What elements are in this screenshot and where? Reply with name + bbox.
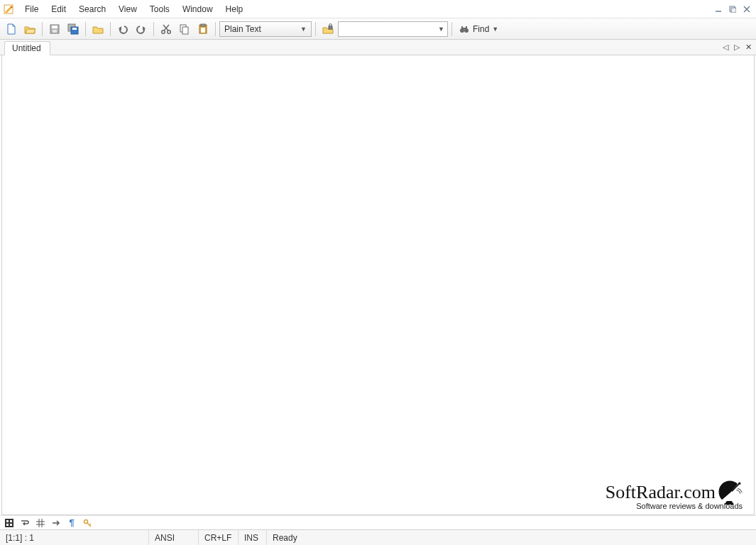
svg-rect-26 — [463, 28, 466, 29]
svg-line-15 — [163, 25, 168, 31]
status-insert-mode[interactable]: INS — [239, 530, 267, 545]
key-icon[interactable] — [82, 518, 92, 528]
svg-rect-25 — [466, 26, 467, 29]
dropdown-arrow-icon: ▼ — [492, 26, 498, 33]
toggle-panel-icon[interactable] — [4, 518, 14, 528]
app-icon — [3, 4, 14, 15]
svg-rect-31 — [10, 520, 12, 522]
svg-rect-21 — [329, 26, 332, 29]
document-tab[interactable]: Untitled — [4, 41, 50, 55]
find-button[interactable]: Find ▼ — [456, 23, 501, 35]
toolbar-separator — [85, 22, 86, 36]
svg-rect-20 — [201, 28, 205, 33]
svg-point-39 — [84, 519, 88, 523]
svg-rect-32 — [6, 524, 9, 526]
watermark-subtitle: Software reviews & downloads — [606, 502, 743, 510]
open-folder-button[interactable] — [89, 21, 106, 38]
grid-icon[interactable] — [35, 518, 45, 528]
tab-close[interactable]: ✕ — [743, 42, 753, 52]
syntax-select[interactable]: Plain Text ▼ — [219, 21, 312, 37]
undo-button[interactable] — [114, 21, 131, 38]
menu-file[interactable]: File — [18, 1, 45, 17]
status-position: [1:1] : 1 — [0, 530, 149, 545]
toolbar-separator — [451, 22, 452, 36]
svg-rect-17 — [182, 27, 188, 34]
status-encoding[interactable]: ANSI — [149, 530, 199, 545]
redo-button[interactable] — [133, 21, 150, 38]
editor-area[interactable]: SoftRadar.com Software reviews & downloa… — [1, 55, 755, 515]
svg-rect-8 — [53, 30, 57, 33]
svg-rect-11 — [72, 28, 77, 30]
toolbar-separator — [42, 22, 43, 36]
pilcrow-icon[interactable]: ¶ — [67, 518, 77, 528]
svg-rect-7 — [52, 26, 57, 28]
lower-toolbar: ¶ — [0, 515, 756, 529]
toolbar-separator — [215, 22, 216, 36]
binoculars-icon — [459, 23, 470, 35]
toolbar-separator — [315, 22, 316, 36]
find-label: Find — [473, 24, 489, 34]
toolbar-separator — [153, 22, 154, 36]
menu-tools[interactable]: Tools — [143, 1, 176, 17]
chevron-down-icon: ▼ — [300, 26, 307, 33]
watermark: SoftRadar.com Software reviews & downloa… — [606, 480, 743, 510]
svg-rect-30 — [6, 520, 9, 522]
svg-rect-19 — [201, 24, 205, 26]
svg-line-27 — [732, 484, 739, 491]
save-button[interactable] — [46, 21, 63, 38]
svg-rect-3 — [731, 8, 736, 13]
svg-point-28 — [738, 483, 740, 485]
watermark-title: SoftRadar.com — [606, 482, 716, 503]
menu-search[interactable]: Search — [72, 1, 112, 17]
close-button[interactable] — [740, 3, 753, 16]
find-combo[interactable]: ▼ — [338, 21, 448, 37]
tab-bar: Untitled ◁ ▷ ✕ — [0, 40, 756, 55]
arrow-right-icon[interactable] — [51, 518, 61, 528]
maximize-button[interactable] — [726, 3, 739, 16]
menu-window[interactable]: Window — [176, 1, 219, 17]
svg-rect-33 — [10, 524, 12, 526]
paste-button[interactable] — [195, 21, 212, 38]
status-bar: [1:1] : 1 ANSI CR+LF INS Ready — [0, 529, 756, 545]
svg-rect-29 — [5, 519, 13, 527]
menu-edit[interactable]: Edit — [45, 1, 72, 17]
word-wrap-icon[interactable] — [20, 518, 30, 528]
cut-button[interactable] — [158, 21, 175, 38]
status-state: Ready — [267, 530, 756, 545]
open-file-button[interactable] — [21, 21, 38, 38]
save-all-button[interactable] — [65, 21, 82, 38]
tab-controls: ◁ ▷ ✕ — [721, 42, 753, 52]
svg-rect-24 — [461, 26, 463, 29]
menu-view[interactable]: View — [112, 1, 143, 17]
status-eol[interactable]: CR+LF — [199, 530, 239, 545]
menu-bar: File Edit Search View Tools Window Help — [0, 0, 756, 18]
copy-button[interactable] — [176, 21, 193, 38]
toolbar: Plain Text ▼ ▼ Find ▼ — [0, 18, 756, 40]
window-controls — [711, 3, 753, 16]
syntax-select-value: Plain Text — [224, 24, 261, 34]
chevron-down-icon: ▼ — [438, 26, 444, 33]
svg-line-41 — [89, 524, 91, 525]
minimize-button[interactable] — [712, 3, 725, 16]
satellite-dish-icon — [718, 480, 743, 505]
lock-button[interactable] — [319, 21, 336, 38]
tab-scroll-right[interactable]: ▷ — [732, 42, 742, 52]
tab-scroll-left[interactable]: ◁ — [721, 42, 730, 52]
svg-line-14 — [164, 25, 169, 31]
menu-help[interactable]: Help — [219, 1, 250, 17]
toolbar-separator — [110, 22, 111, 36]
new-file-button[interactable] — [3, 21, 20, 38]
